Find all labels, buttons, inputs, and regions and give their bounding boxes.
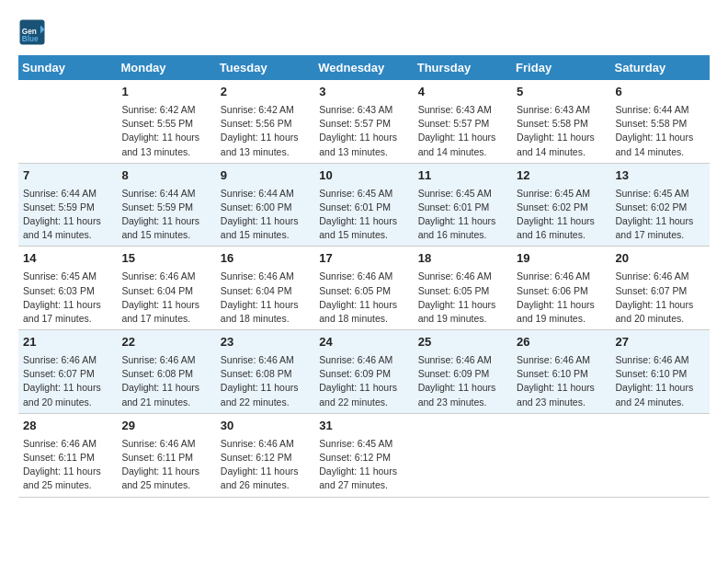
- day-info: Sunrise: 6:46 AM Sunset: 6:04 PM Dayligh…: [121, 270, 210, 326]
- column-header-friday: Friday: [512, 55, 610, 80]
- day-number: 6: [616, 84, 705, 101]
- day-info: Sunrise: 6:43 AM Sunset: 5:57 PM Dayligh…: [418, 103, 507, 159]
- day-number: 19: [517, 250, 606, 268]
- day-info: Sunrise: 6:46 AM Sunset: 6:10 PM Dayligh…: [616, 353, 705, 409]
- calendar-cell: 16Sunrise: 6:46 AM Sunset: 6:04 PM Dayli…: [216, 247, 314, 330]
- day-number: 5: [517, 84, 606, 101]
- calendar-cell: [611, 413, 710, 497]
- day-number: 11: [418, 167, 507, 185]
- day-info: Sunrise: 6:45 AM Sunset: 6:02 PM Dayligh…: [517, 187, 606, 243]
- day-info: Sunrise: 6:45 AM Sunset: 6:12 PM Dayligh…: [319, 437, 408, 493]
- day-number: 20: [616, 250, 705, 268]
- day-number: 4: [418, 84, 507, 101]
- calendar-week-row: 28Sunrise: 6:46 AM Sunset: 6:11 PM Dayli…: [18, 413, 710, 497]
- logo-icon: Gen Blue: [18, 18, 46, 46]
- day-number: 8: [121, 167, 210, 185]
- day-info: Sunrise: 6:46 AM Sunset: 6:06 PM Dayligh…: [517, 270, 606, 326]
- day-number: 29: [121, 418, 210, 435]
- calendar-cell: 5Sunrise: 6:43 AM Sunset: 5:58 PM Daylig…: [512, 80, 610, 163]
- day-info: Sunrise: 6:43 AM Sunset: 5:58 PM Dayligh…: [517, 103, 606, 159]
- calendar-cell: 7Sunrise: 6:44 AM Sunset: 5:59 PM Daylig…: [18, 163, 117, 247]
- column-header-sunday: Sunday: [18, 55, 117, 80]
- day-number: 7: [23, 167, 112, 185]
- calendar-cell: 25Sunrise: 6:46 AM Sunset: 6:09 PM Dayli…: [414, 330, 512, 414]
- column-header-saturday: Saturday: [611, 55, 710, 80]
- column-header-monday: Monday: [117, 55, 215, 80]
- calendar-cell: [512, 413, 610, 497]
- calendar-cell: 8Sunrise: 6:44 AM Sunset: 5:59 PM Daylig…: [117, 163, 215, 247]
- calendar-cell: 17Sunrise: 6:46 AM Sunset: 6:05 PM Dayli…: [314, 247, 413, 330]
- day-number: 9: [221, 167, 310, 185]
- calendar-cell: 24Sunrise: 6:46 AM Sunset: 6:09 PM Dayli…: [314, 330, 413, 414]
- calendar-cell: 27Sunrise: 6:46 AM Sunset: 6:10 PM Dayli…: [611, 330, 710, 414]
- day-info: Sunrise: 6:46 AM Sunset: 6:11 PM Dayligh…: [121, 437, 210, 493]
- day-info: Sunrise: 6:46 AM Sunset: 6:05 PM Dayligh…: [319, 270, 408, 326]
- calendar-table: SundayMondayTuesdayWednesdayThursdayFrid…: [18, 55, 710, 498]
- calendar-cell: 12Sunrise: 6:45 AM Sunset: 6:02 PM Dayli…: [512, 163, 610, 247]
- logo: Gen Blue: [18, 18, 50, 46]
- day-number: 30: [221, 418, 310, 435]
- column-header-thursday: Thursday: [414, 55, 512, 80]
- day-number: 23: [221, 334, 310, 351]
- day-info: Sunrise: 6:46 AM Sunset: 6:11 PM Dayligh…: [23, 437, 112, 493]
- day-info: Sunrise: 6:45 AM Sunset: 6:01 PM Dayligh…: [418, 187, 507, 243]
- calendar-cell: 11Sunrise: 6:45 AM Sunset: 6:01 PM Dayli…: [414, 163, 512, 247]
- day-number: 10: [319, 167, 408, 185]
- day-number: 26: [517, 334, 606, 351]
- calendar-cell: 29Sunrise: 6:46 AM Sunset: 6:11 PM Dayli…: [117, 413, 215, 497]
- calendar-cell: 22Sunrise: 6:46 AM Sunset: 6:08 PM Dayli…: [117, 330, 215, 414]
- calendar-cell: 9Sunrise: 6:44 AM Sunset: 6:00 PM Daylig…: [216, 163, 314, 247]
- calendar-cell: 23Sunrise: 6:46 AM Sunset: 6:08 PM Dayli…: [216, 330, 314, 414]
- calendar-cell: 1Sunrise: 6:42 AM Sunset: 5:55 PM Daylig…: [117, 80, 215, 163]
- day-info: Sunrise: 6:46 AM Sunset: 6:08 PM Dayligh…: [221, 353, 310, 409]
- day-number: 2: [221, 84, 310, 101]
- day-info: Sunrise: 6:46 AM Sunset: 6:09 PM Dayligh…: [319, 353, 408, 409]
- calendar-week-row: 14Sunrise: 6:45 AM Sunset: 6:03 PM Dayli…: [18, 247, 710, 330]
- calendar-cell: 31Sunrise: 6:45 AM Sunset: 6:12 PM Dayli…: [314, 413, 413, 497]
- day-info: Sunrise: 6:42 AM Sunset: 5:55 PM Dayligh…: [121, 103, 210, 159]
- day-number: 17: [319, 250, 408, 268]
- day-info: Sunrise: 6:46 AM Sunset: 6:05 PM Dayligh…: [418, 270, 507, 326]
- calendar-cell: 14Sunrise: 6:45 AM Sunset: 6:03 PM Dayli…: [18, 247, 117, 330]
- calendar-week-row: 7Sunrise: 6:44 AM Sunset: 5:59 PM Daylig…: [18, 163, 710, 247]
- calendar-cell: 6Sunrise: 6:44 AM Sunset: 5:58 PM Daylig…: [611, 80, 710, 163]
- calendar-cell: [18, 80, 117, 163]
- day-number: 1: [121, 84, 210, 101]
- day-number: 15: [121, 250, 210, 268]
- calendar-cell: 3Sunrise: 6:43 AM Sunset: 5:57 PM Daylig…: [314, 80, 413, 163]
- calendar-cell: 21Sunrise: 6:46 AM Sunset: 6:07 PM Dayli…: [18, 330, 117, 414]
- calendar-cell: 18Sunrise: 6:46 AM Sunset: 6:05 PM Dayli…: [414, 247, 512, 330]
- day-number: 12: [517, 167, 606, 185]
- day-number: 18: [418, 250, 507, 268]
- day-info: Sunrise: 6:46 AM Sunset: 6:07 PM Dayligh…: [23, 353, 112, 409]
- calendar-cell: 19Sunrise: 6:46 AM Sunset: 6:06 PM Dayli…: [512, 247, 610, 330]
- calendar-cell: 26Sunrise: 6:46 AM Sunset: 6:10 PM Dayli…: [512, 330, 610, 414]
- day-info: Sunrise: 6:46 AM Sunset: 6:04 PM Dayligh…: [221, 270, 310, 326]
- day-number: 16: [221, 250, 310, 268]
- calendar-cell: 28Sunrise: 6:46 AM Sunset: 6:11 PM Dayli…: [18, 413, 117, 497]
- day-number: 24: [319, 334, 408, 351]
- page-header: Gen Blue: [18, 18, 710, 46]
- day-info: Sunrise: 6:42 AM Sunset: 5:56 PM Dayligh…: [221, 103, 310, 159]
- day-info: Sunrise: 6:46 AM Sunset: 6:12 PM Dayligh…: [221, 437, 310, 493]
- day-info: Sunrise: 6:46 AM Sunset: 6:09 PM Dayligh…: [418, 353, 507, 409]
- day-number: 28: [23, 418, 112, 435]
- day-number: 22: [121, 334, 210, 351]
- day-number: 27: [616, 334, 705, 351]
- day-info: Sunrise: 6:45 AM Sunset: 6:01 PM Dayligh…: [319, 187, 408, 243]
- day-number: 13: [616, 167, 705, 185]
- calendar-cell: 20Sunrise: 6:46 AM Sunset: 6:07 PM Dayli…: [611, 247, 710, 330]
- svg-text:Blue: Blue: [22, 35, 39, 43]
- day-number: 14: [23, 250, 112, 268]
- day-info: Sunrise: 6:44 AM Sunset: 6:00 PM Dayligh…: [221, 187, 310, 243]
- calendar-week-row: 1Sunrise: 6:42 AM Sunset: 5:55 PM Daylig…: [18, 80, 710, 163]
- calendar-week-row: 21Sunrise: 6:46 AM Sunset: 6:07 PM Dayli…: [18, 330, 710, 414]
- calendar-cell: [414, 413, 512, 497]
- calendar-cell: 13Sunrise: 6:45 AM Sunset: 6:02 PM Dayli…: [611, 163, 710, 247]
- day-info: Sunrise: 6:43 AM Sunset: 5:57 PM Dayligh…: [319, 103, 408, 159]
- day-number: 21: [23, 334, 112, 351]
- day-info: Sunrise: 6:44 AM Sunset: 5:59 PM Dayligh…: [121, 187, 210, 243]
- calendar-cell: 4Sunrise: 6:43 AM Sunset: 5:57 PM Daylig…: [414, 80, 512, 163]
- day-info: Sunrise: 6:46 AM Sunset: 6:10 PM Dayligh…: [517, 353, 606, 409]
- calendar-cell: 2Sunrise: 6:42 AM Sunset: 5:56 PM Daylig…: [216, 80, 314, 163]
